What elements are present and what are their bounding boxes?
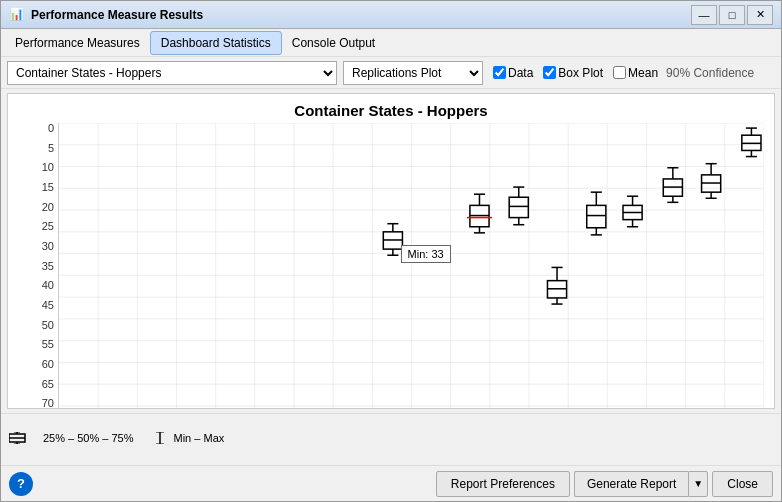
y-tick-55: 55 [42, 339, 54, 350]
mean-checkbox[interactable] [613, 66, 626, 79]
tooltip: Min: 33 [401, 245, 451, 263]
data-checkbox-label: Data [508, 66, 533, 80]
close-button[interactable]: ✕ [747, 5, 773, 25]
generate-report-split-button: Generate Report ▼ [574, 471, 708, 497]
mean-checkbox-label: Mean [628, 66, 658, 80]
y-tick-20: 20 [42, 202, 54, 213]
generate-report-button[interactable]: Generate Report [574, 471, 688, 497]
legend-minmax-label: Min – Max [174, 432, 225, 444]
main-window: 📊 Performance Measure Results — □ ✕ Perf… [0, 0, 782, 502]
y-tick-10: 10 [42, 162, 54, 173]
legend: 25% – 50% – 75% Min – Max [9, 432, 773, 444]
container-dropdown[interactable]: Container States - Hoppers [7, 61, 337, 85]
y-tick-35: 35 [42, 261, 54, 272]
legend-minmax-icon [150, 432, 170, 444]
legend-minmax: Min – Max [150, 432, 225, 444]
data-checkbox-group: Data [493, 66, 533, 80]
y-tick-15: 15 [42, 182, 54, 193]
y-tick-40: 40 [42, 280, 54, 291]
boxplot-checkbox-label: Box Plot [558, 66, 603, 80]
report-preferences-button[interactable]: Report Preferences [436, 471, 570, 497]
window-icon: 📊 [9, 7, 25, 23]
plot-type-dropdown[interactable]: Replications Plot [343, 61, 483, 85]
boxplot-checkbox[interactable] [543, 66, 556, 79]
chart-svg [59, 123, 764, 409]
y-tick-65: 65 [42, 379, 54, 390]
bottom-buttons: Report Preferences Generate Report ▼ Clo… [436, 471, 773, 497]
mean-checkbox-group: Mean [613, 66, 658, 80]
plot-area: Min: 33 S1 S2 S3 S4 S5 S6 S7 S8 S9 S10 S… [58, 123, 764, 409]
legend-quartile: 25% – 50% – 75% [9, 432, 134, 444]
y-tick-25: 25 [42, 221, 54, 232]
menu-bar: Performance Measures Dashboard Statistic… [1, 29, 781, 57]
y-tick-45: 45 [42, 300, 54, 311]
maximize-button[interactable]: □ [719, 5, 745, 25]
tooltip-text: Min: 33 [408, 248, 444, 260]
generate-report-dropdown-arrow[interactable]: ▼ [688, 471, 708, 497]
y-tick-50: 50 [42, 320, 54, 331]
confidence-label: 90% Confidence [666, 66, 754, 80]
chart-title: Container States - Hoppers [8, 94, 774, 123]
title-bar: 📊 Performance Measure Results — □ ✕ [1, 1, 781, 29]
toolbar: Container States - Hoppers Replications … [1, 57, 781, 89]
y-tick-70: 70 [42, 398, 54, 409]
chart-container: 70 65 60 55 50 45 40 35 30 25 20 15 10 5… [8, 123, 774, 409]
window-controls: — □ ✕ [691, 5, 773, 25]
close-button-bottom[interactable]: Close [712, 471, 773, 497]
legend-quartile-icon [9, 432, 39, 444]
footer-area: 25% – 50% – 75% Min – Max [1, 413, 781, 465]
menu-dashboard-statistics[interactable]: Dashboard Statistics [150, 31, 282, 55]
window-title: Performance Measure Results [31, 8, 691, 22]
svg-rect-69 [587, 205, 606, 227]
data-checkbox[interactable] [493, 66, 506, 79]
y-tick-5: 5 [48, 143, 54, 154]
bottom-action-bar: ? Report Preferences Generate Report ▼ C… [1, 465, 781, 501]
minimize-button[interactable]: — [691, 5, 717, 25]
menu-performance-measures[interactable]: Performance Measures [5, 32, 150, 54]
y-tick-0: 0 [48, 123, 54, 134]
y-tick-60: 60 [42, 359, 54, 370]
svg-rect-57 [509, 197, 528, 217]
help-button[interactable]: ? [9, 472, 33, 496]
boxplot-checkbox-group: Box Plot [543, 66, 603, 80]
chart-area: Container States - Hoppers 70 65 60 55 5… [7, 93, 775, 409]
menu-console-output[interactable]: Console Output [282, 32, 385, 54]
legend-quartile-label: 25% – 50% – 75% [43, 432, 134, 444]
y-tick-30: 30 [42, 241, 54, 252]
y-axis: 70 65 60 55 50 45 40 35 30 25 20 15 10 5… [8, 123, 58, 409]
